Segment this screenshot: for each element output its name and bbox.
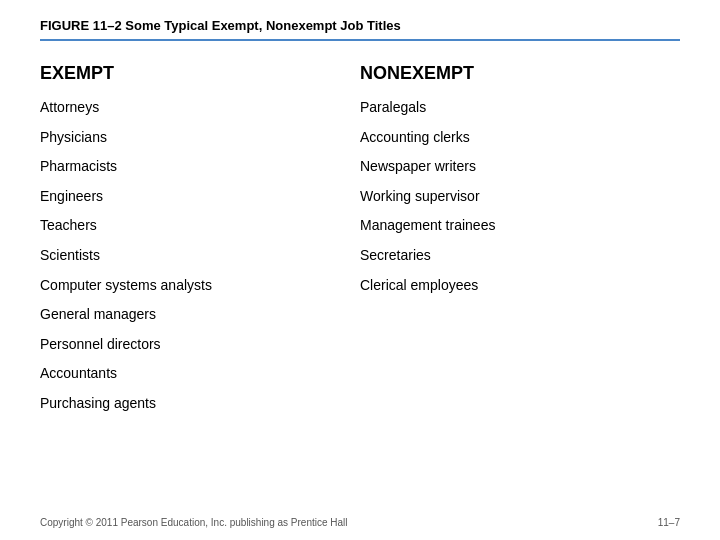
copyright-text: Copyright © 2011 Pearson Education, Inc.… [40,517,348,528]
list-item: Working supervisor [360,187,680,207]
list-item: Accountants [40,364,360,384]
list-item: Newspaper writers [360,157,680,177]
figure-title-bold: FIGURE 11–2 [40,18,122,33]
list-item: Teachers [40,216,360,236]
list-item: Pharmacists [40,157,360,177]
list-item: Accounting clerks [360,128,680,148]
exempt-header: EXEMPT [40,63,360,84]
list-item: Paralegals [360,98,680,118]
list-item: Personnel directors [40,335,360,355]
content-area: EXEMPT Attorneys Physicians Pharmacists … [40,63,680,509]
list-item: Purchasing agents [40,394,360,414]
list-item: Computer systems analysts [40,276,360,296]
nonexempt-column: NONEXEMPT Paralegals Accounting clerks N… [360,63,680,509]
page-container: FIGURE 11–2 Some Typical Exempt, Nonexem… [0,0,720,540]
figure-title-text: Some Typical Exempt, Nonexempt Job Title… [122,18,401,33]
list-item: Engineers [40,187,360,207]
list-item: Management trainees [360,216,680,236]
footer: Copyright © 2011 Pearson Education, Inc.… [40,509,680,528]
list-item: Scientists [40,246,360,266]
exempt-column: EXEMPT Attorneys Physicians Pharmacists … [40,63,360,509]
list-item: Attorneys [40,98,360,118]
list-item: Physicians [40,128,360,148]
page-number: 11–7 [658,517,680,528]
nonexempt-header: NONEXEMPT [360,63,680,84]
figure-title: FIGURE 11–2 Some Typical Exempt, Nonexem… [40,18,680,41]
list-item: Secretaries [360,246,680,266]
list-item: General managers [40,305,360,325]
list-item: Clerical employees [360,276,680,296]
